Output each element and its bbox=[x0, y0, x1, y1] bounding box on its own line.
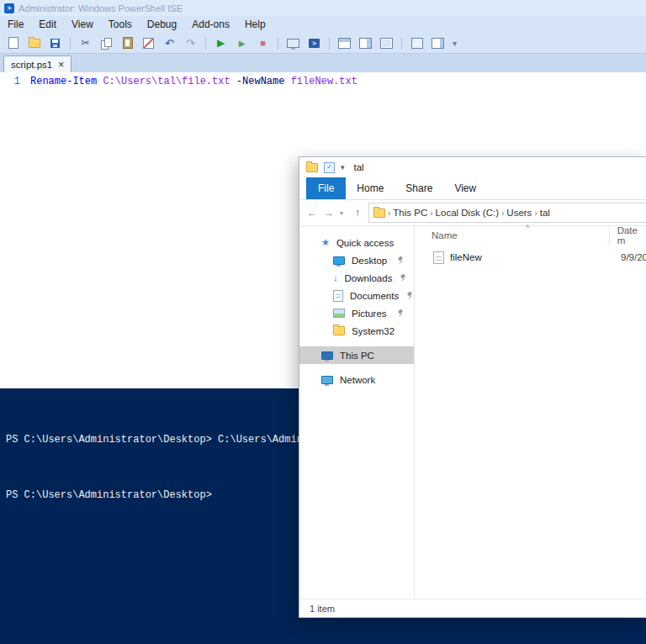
address-bar: ← → ▾ ↑ › This PC › Local Disk (C:) › Us… bbox=[299, 200, 646, 226]
powershell-console-icon: > bbox=[309, 39, 320, 48]
documents-icon bbox=[333, 290, 343, 302]
stop-icon: ■ bbox=[260, 38, 266, 48]
forward-button[interactable]: → bbox=[323, 207, 335, 219]
column-header-date-modified[interactable]: Date m bbox=[610, 225, 646, 245]
breadcrumb[interactable]: › This PC › Local Disk (C:) › Users › ta… bbox=[368, 203, 646, 223]
clear-console-icon bbox=[143, 38, 154, 49]
start-powershell-button[interactable]: > bbox=[304, 34, 324, 51]
explorer-body: ★ Quick access Desktop ↓ Downloads Docum… bbox=[299, 225, 646, 599]
save-button[interactable] bbox=[45, 34, 65, 51]
crumb-users[interactable]: Users bbox=[506, 208, 532, 218]
run-selection-icon: ▶ bbox=[239, 39, 246, 48]
file-name-cell: fileNew bbox=[415, 251, 613, 264]
quick-access-properties-icon[interactable]: ✓ bbox=[324, 162, 335, 173]
menu-file[interactable]: File bbox=[0, 17, 31, 32]
nav-item-downloads[interactable]: ↓ Downloads bbox=[299, 269, 414, 287]
layout-top-icon bbox=[338, 38, 351, 49]
undo-icon: ↶ bbox=[165, 37, 174, 50]
nav-item-this-pc[interactable]: This PC bbox=[299, 346, 414, 364]
copy-button[interactable] bbox=[97, 34, 116, 51]
file-explorer-window: ✓ ▾ tal File Home Share View ← → ▾ ↑ › T… bbox=[299, 156, 646, 618]
crumb-tal[interactable]: tal bbox=[540, 208, 550, 218]
crumb-separator-icon: › bbox=[430, 209, 432, 218]
run-script-button[interactable]: ▶ bbox=[211, 34, 230, 51]
cut-icon: ✂ bbox=[81, 37, 89, 49]
nav-label: Desktop bbox=[352, 256, 387, 266]
redo-button[interactable]: ↷ bbox=[181, 34, 200, 51]
new-script-button[interactable] bbox=[3, 34, 23, 51]
pictures-icon bbox=[333, 309, 345, 318]
quick-access-dropdown-icon[interactable]: ▾ bbox=[341, 163, 345, 172]
downloads-icon: ↓ bbox=[333, 273, 338, 282]
paste-button[interactable] bbox=[118, 34, 137, 51]
code-argument-newname: fileNew.txt bbox=[291, 76, 357, 87]
pin-icon bbox=[399, 274, 406, 282]
toolbar-overflow-icon[interactable]: ▾ bbox=[453, 39, 457, 48]
menu-debug[interactable]: Debug bbox=[140, 17, 184, 32]
show-command-window-button[interactable] bbox=[428, 34, 447, 51]
layout-right-icon bbox=[359, 38, 372, 49]
layout-maximized-icon bbox=[380, 38, 393, 49]
menu-add-ons[interactable]: Add-ons bbox=[184, 17, 237, 32]
paste-icon bbox=[123, 37, 133, 49]
script-pane-max-button[interactable] bbox=[377, 34, 396, 51]
up-button[interactable]: ↑ bbox=[352, 207, 363, 219]
show-command-icon bbox=[411, 38, 423, 49]
back-button[interactable]: ← bbox=[306, 207, 318, 219]
ribbon-tab-share[interactable]: Share bbox=[394, 177, 443, 199]
code-parameter: -NewName bbox=[236, 76, 291, 87]
file-date-cell: 9/9/20 bbox=[613, 252, 646, 262]
pin-icon bbox=[396, 309, 404, 317]
sort-ascending-icon: ^ bbox=[526, 224, 529, 232]
menu-view[interactable]: View bbox=[64, 17, 101, 32]
nav-label: Documents bbox=[350, 291, 399, 301]
menu-help[interactable]: Help bbox=[237, 17, 273, 32]
ribbon-tab-view[interactable]: View bbox=[443, 177, 487, 199]
ribbon-tab-file[interactable]: File bbox=[306, 177, 346, 199]
crumb-local-disk[interactable]: Local Disk (C:) bbox=[436, 208, 499, 218]
show-command-button[interactable] bbox=[407, 34, 426, 51]
line-number: 1 bbox=[0, 76, 20, 87]
tab-script-ps1[interactable]: script.ps1 × bbox=[3, 55, 71, 72]
undo-button[interactable]: ↶ bbox=[160, 34, 179, 51]
menu-edit[interactable]: Edit bbox=[31, 17, 64, 32]
new-remote-tab-button[interactable] bbox=[283, 34, 303, 51]
nav-label: This PC bbox=[340, 351, 374, 361]
script-pane-top-button[interactable] bbox=[335, 34, 354, 51]
nav-item-quick-access[interactable]: ★ Quick access bbox=[299, 234, 414, 251]
nav-item-documents[interactable]: Documents bbox=[299, 287, 414, 304]
column-headers: ^ Name Date m bbox=[415, 225, 646, 245]
crumb-separator-icon: › bbox=[534, 209, 537, 218]
cut-button[interactable]: ✂ bbox=[76, 34, 95, 51]
text-file-icon bbox=[433, 251, 444, 264]
script-pane-right-button[interactable] bbox=[356, 34, 375, 51]
code-line: Rename-Item C:\Users\tal\file.txt -NewNa… bbox=[30, 76, 357, 87]
tab-close-icon[interactable]: × bbox=[58, 59, 64, 71]
open-folder-icon bbox=[29, 39, 40, 48]
code-argument-path: C:\Users\tal\file.txt bbox=[103, 76, 236, 87]
file-row-filenew[interactable]: fileNew 9/9/20 bbox=[415, 248, 646, 267]
nav-label: Pictures bbox=[352, 309, 387, 319]
crumb-this-pc[interactable]: This PC bbox=[393, 208, 427, 218]
clear-console-button[interactable] bbox=[139, 34, 158, 51]
toolbar-separator bbox=[401, 37, 402, 50]
ise-toolbar: ✂ ↶ ↷ ▶ ▶ ■ > ▾ bbox=[0, 33, 646, 54]
nav-item-desktop[interactable]: Desktop bbox=[299, 251, 414, 269]
nav-item-system32[interactable]: System32 bbox=[299, 322, 414, 340]
navigation-pane: ★ Quick access Desktop ↓ Downloads Docum… bbox=[299, 225, 414, 599]
nav-label: Network bbox=[340, 375, 375, 385]
remote-session-icon bbox=[287, 39, 299, 48]
column-header-name[interactable]: Name bbox=[415, 225, 610, 245]
redo-icon: ↷ bbox=[186, 37, 195, 50]
item-count: 1 item bbox=[310, 604, 335, 614]
recent-locations-icon[interactable]: ▾ bbox=[340, 209, 347, 217]
menu-tools[interactable]: Tools bbox=[101, 17, 140, 32]
run-selection-button[interactable]: ▶ bbox=[232, 34, 252, 51]
nav-item-pictures[interactable]: Pictures bbox=[299, 304, 414, 322]
toolbar-separator bbox=[205, 37, 206, 50]
folder-icon bbox=[333, 326, 345, 335]
nav-item-network[interactable]: Network bbox=[299, 371, 414, 388]
stop-operation-button[interactable]: ■ bbox=[253, 34, 273, 51]
open-script-button[interactable] bbox=[24, 34, 44, 51]
ribbon-tab-home[interactable]: Home bbox=[346, 177, 394, 199]
